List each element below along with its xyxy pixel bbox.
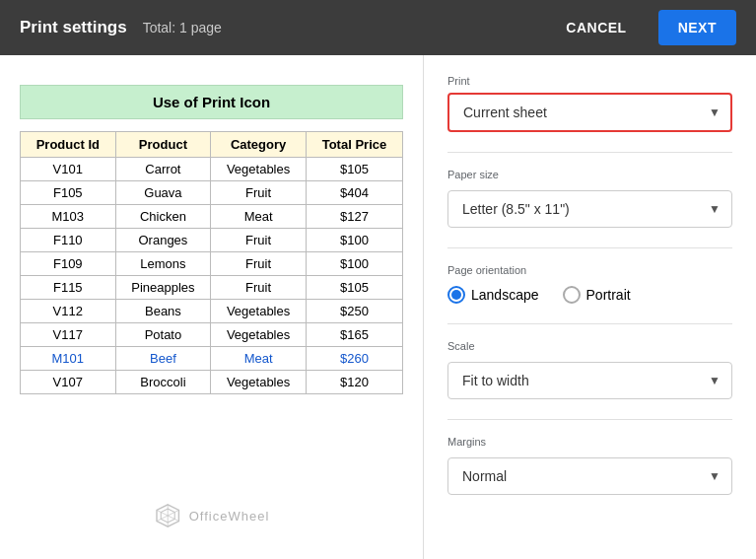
table-row: F105GuavaFruit$404 (21, 181, 403, 205)
table-cell: Fruit (211, 276, 307, 300)
cancel-button[interactable]: CANCEL (550, 12, 642, 43)
table-cell: F109 (21, 252, 116, 276)
watermark: OfficeWheel (154, 502, 270, 529)
table-cell: Broccoli (115, 371, 211, 394)
table-cell: $250 (306, 300, 402, 323)
divider-1 (447, 152, 732, 153)
next-button[interactable]: NEXT (658, 10, 736, 45)
margins-label: Margins (447, 436, 732, 448)
table-row: F109LemonsFruit$100 (21, 252, 403, 276)
table-cell: $165 (306, 323, 402, 347)
table-cell: $105 (306, 276, 402, 300)
divider-4 (447, 419, 732, 420)
sheet-title: Use of Print Icon (20, 85, 403, 119)
table-cell: Vegetables (211, 300, 307, 323)
table-header: Product IdProductCategoryTotal Price (21, 132, 403, 158)
table-cell: F105 (21, 181, 116, 205)
table-row: V112BeansVegetables$250 (21, 300, 403, 323)
preview-panel: Use of Print Icon Product IdProductCateg… (0, 55, 424, 559)
paper-size-select[interactable]: Letter (8.5" x 11")A4Legal (447, 190, 732, 228)
table-header-cell: Total Price (306, 132, 402, 158)
table-cell: Chicken (115, 205, 211, 229)
page-orientation-label: Page orientation (447, 264, 732, 276)
table-row: F110OrangesFruit$100 (21, 229, 403, 252)
table-row: V107BroccoliVegetables$120 (21, 371, 403, 394)
watermark-text: OfficeWheel (189, 509, 270, 524)
table-row: M101BeefMeat$260 (21, 347, 403, 371)
table-cell: M101 (21, 347, 116, 371)
table-cell: V112 (21, 300, 116, 323)
watermark-icon (154, 502, 181, 529)
table-cell: $100 (306, 229, 402, 252)
portrait-label: Portrait (586, 287, 631, 303)
table-cell: $100 (306, 252, 402, 276)
total-pages: Total: 1 page (143, 20, 222, 35)
table-cell: Vegetables (211, 158, 307, 181)
print-select[interactable]: Current sheetEntire workbookSelected cel… (447, 93, 732, 132)
table-cell: Beef (115, 347, 211, 371)
table-cell: $120 (306, 371, 402, 394)
spreadsheet-table: Product IdProductCategoryTotal Price V10… (20, 131, 403, 394)
paper-size-dropdown-wrapper: Letter (8.5" x 11")A4Legal ▼ (447, 190, 732, 228)
divider-3 (447, 323, 732, 324)
table-cell: Oranges (115, 229, 211, 252)
print-label: Print (447, 75, 732, 87)
table-header-cell: Product (115, 132, 211, 158)
header: Print settings Total: 1 page CANCEL NEXT (0, 0, 756, 55)
table-cell: F110 (21, 229, 116, 252)
landscape-option[interactable]: Landscape (447, 286, 539, 304)
paper-size-label: Paper size (447, 169, 732, 180)
table-cell: V107 (21, 371, 116, 394)
table-row: V101CarrotVegetables$105 (21, 158, 403, 181)
portrait-option[interactable]: Portrait (563, 286, 631, 304)
scale-label: Scale (447, 340, 732, 352)
table-cell: Meat (211, 347, 307, 371)
table-cell: Carrot (115, 158, 211, 181)
header-row: Product IdProductCategoryTotal Price (21, 132, 403, 158)
table-cell: Guava (115, 181, 211, 205)
table-row: M103ChickenMeat$127 (21, 205, 403, 229)
divider-2 (447, 247, 732, 248)
table-cell: Potato (115, 323, 211, 347)
landscape-radio[interactable] (447, 286, 465, 304)
portrait-radio[interactable] (563, 286, 581, 304)
table-cell: Fruit (211, 252, 307, 276)
margins-select[interactable]: NormalNarrowWide (447, 457, 732, 495)
table-cell: F115 (21, 276, 116, 300)
table-header-cell: Product Id (21, 132, 116, 158)
table-cell: Pineapples (115, 276, 211, 300)
table-row: V117PotatoVegetables$165 (21, 323, 403, 347)
settings-panel: Print Current sheetEntire workbookSelect… (424, 55, 756, 559)
table-cell: Fruit (211, 181, 307, 205)
table-cell: V117 (21, 323, 116, 347)
margins-dropdown-wrapper: NormalNarrowWide ▼ (447, 457, 732, 495)
table-cell: Vegetables (211, 323, 307, 347)
table-cell: $404 (306, 181, 402, 205)
table-cell: Lemons (115, 252, 211, 276)
table-cell: Meat (211, 205, 307, 229)
print-dropdown-wrapper: Current sheetEntire workbookSelected cel… (447, 93, 732, 132)
table-cell: Fruit (211, 229, 307, 252)
orientation-row: Landscape Portrait (447, 286, 732, 304)
table-cell: M103 (21, 205, 116, 229)
table-cell: $105 (306, 158, 402, 181)
page-title: Print settings (20, 18, 127, 37)
main-layout: Use of Print Icon Product IdProductCateg… (0, 55, 756, 559)
table-cell: Beans (115, 300, 211, 323)
table-row: F115PineapplesFruit$105 (21, 276, 403, 300)
table-cell: $127 (306, 205, 402, 229)
table-cell: $260 (306, 347, 402, 371)
landscape-label: Landscape (471, 287, 539, 303)
table-body: V101CarrotVegetables$105F105GuavaFruit$4… (21, 158, 403, 394)
scale-select[interactable]: Fit to widthFit to heightNormal (100%)Cu… (447, 362, 732, 399)
table-cell: Vegetables (211, 371, 307, 394)
table-cell: V101 (21, 158, 116, 181)
table-header-cell: Category (211, 132, 307, 158)
scale-dropdown-wrapper: Fit to widthFit to heightNormal (100%)Cu… (447, 362, 732, 399)
